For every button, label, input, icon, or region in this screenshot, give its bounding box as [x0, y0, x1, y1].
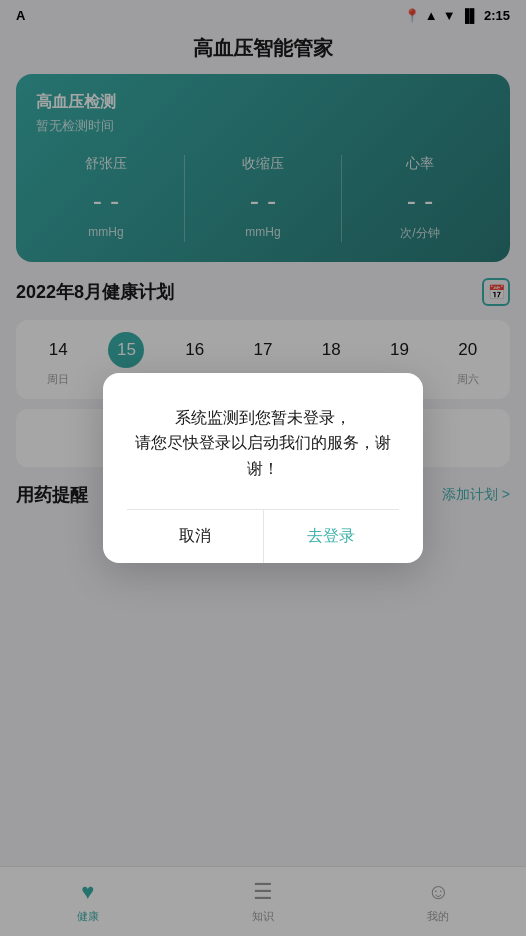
confirm-button[interactable]: 去登录 — [264, 510, 400, 563]
overlay: 系统监测到您暂未登录，请您尽快登录以启动我们的服务，谢谢！ 取消 去登录 — [0, 0, 526, 936]
cancel-button[interactable]: 取消 — [127, 510, 264, 563]
dialog: 系统监测到您暂未登录，请您尽快登录以启动我们的服务，谢谢！ 取消 去登录 — [103, 373, 423, 564]
dialog-actions: 取消 去登录 — [127, 509, 399, 563]
dialog-message: 系统监测到您暂未登录，请您尽快登录以启动我们的服务，谢谢！ — [127, 405, 399, 482]
